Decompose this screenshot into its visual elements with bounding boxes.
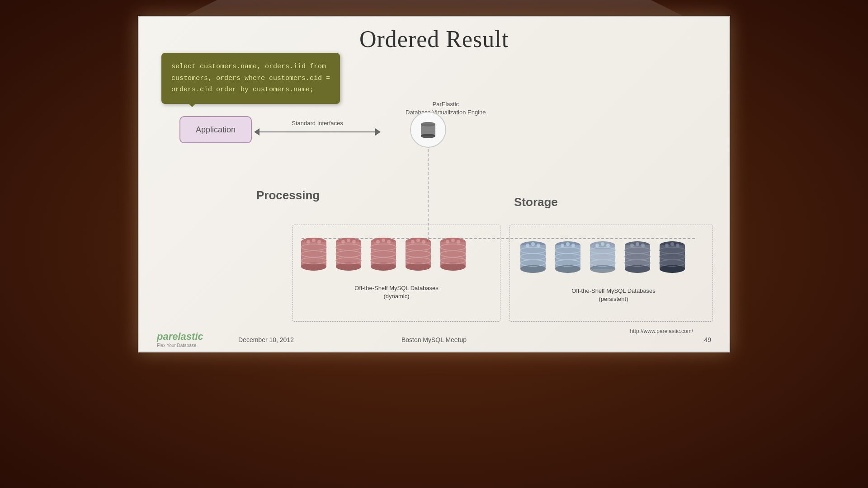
svg-point-14 bbox=[317, 240, 321, 244]
sql-tooltip: select customers.name, orders.iid from c… bbox=[161, 53, 340, 104]
stor-cyl-4 bbox=[623, 238, 652, 281]
svg-point-59 bbox=[537, 244, 540, 247]
arrow-right-head bbox=[375, 128, 381, 136]
sql-code: select customers.name, orders.iid from c… bbox=[171, 61, 330, 96]
svg-point-12 bbox=[307, 240, 310, 244]
processing-db-group bbox=[299, 234, 468, 279]
stor-db-label: Off-the-Shelf MySQL Databases (persisten… bbox=[519, 287, 708, 303]
stor-cyl-2 bbox=[553, 238, 583, 281]
svg-point-76 bbox=[601, 242, 604, 246]
application-box: Application bbox=[179, 116, 252, 143]
svg-point-31 bbox=[382, 239, 385, 242]
svg-point-30 bbox=[376, 240, 380, 244]
proc-cyl-1 bbox=[299, 234, 329, 279]
svg-point-93 bbox=[665, 244, 669, 247]
proc-db-label-line2: (dynamic) bbox=[383, 293, 409, 300]
proc-cyl-4 bbox=[404, 234, 433, 279]
stor-cyl-5 bbox=[658, 238, 687, 281]
footer-logo: parelastic bbox=[157, 331, 203, 343]
stor-db-label-line1: Off-the-Shelf MySQL Databases bbox=[571, 287, 656, 294]
stor-cyl-1 bbox=[519, 238, 548, 281]
proc-db-label-line1: Off-the-Shelf MySQL Databases bbox=[354, 285, 439, 291]
footer-meetup: Boston MySQL Meetup bbox=[401, 336, 467, 343]
svg-point-13 bbox=[312, 239, 316, 242]
svg-point-21 bbox=[341, 240, 345, 244]
svg-point-40 bbox=[416, 239, 420, 242]
svg-point-86 bbox=[641, 244, 645, 247]
parelastic-line1: ParElastic bbox=[433, 101, 459, 108]
slide-inner: Ordered Result select customers.name, or… bbox=[139, 17, 729, 352]
footer-url: http://www.parelastic.com/ bbox=[630, 328, 693, 334]
arrow-line bbox=[254, 128, 381, 136]
storage-db-group bbox=[519, 238, 687, 281]
stor-cyl-3 bbox=[588, 238, 618, 281]
svg-point-49 bbox=[451, 239, 455, 242]
svg-point-23 bbox=[352, 240, 356, 244]
slide-container: Ordered Result select customers.name, or… bbox=[138, 16, 730, 352]
svg-point-48 bbox=[446, 240, 449, 244]
svg-point-57 bbox=[526, 244, 529, 247]
proc-cyl-2 bbox=[334, 234, 363, 279]
footer-page: 49 bbox=[704, 336, 711, 343]
svg-point-75 bbox=[595, 244, 599, 247]
svg-point-39 bbox=[411, 240, 415, 244]
footer-tagline: Flex Your Database bbox=[157, 343, 196, 348]
svg-point-32 bbox=[387, 240, 391, 244]
svg-point-66 bbox=[561, 244, 564, 247]
svg-point-95 bbox=[676, 244, 679, 247]
slide-title: Ordered Result bbox=[157, 26, 711, 52]
svg-point-41 bbox=[422, 240, 425, 244]
parelastic-db-icon bbox=[410, 112, 446, 148]
storage-label: Storage bbox=[514, 195, 558, 209]
svg-point-85 bbox=[636, 242, 639, 246]
arrow-section: Standard Interfaces bbox=[254, 120, 381, 136]
svg-point-58 bbox=[531, 242, 535, 246]
svg-point-50 bbox=[457, 240, 460, 244]
processing-label: Processing bbox=[256, 188, 320, 202]
arrow-label: Standard Interfaces bbox=[292, 120, 343, 127]
application-label: Application bbox=[196, 125, 236, 135]
stor-db-label-line2: (persistent) bbox=[599, 296, 628, 302]
arrow-line-body bbox=[259, 131, 375, 132]
proc-db-label: Off-the-Shelf MySQL Databases (dynamic) bbox=[302, 284, 491, 300]
svg-point-22 bbox=[347, 239, 350, 242]
proc-cyl-5 bbox=[439, 234, 468, 279]
svg-point-67 bbox=[566, 242, 570, 246]
footer-date: December 10, 2012 bbox=[238, 336, 294, 343]
svg-point-68 bbox=[571, 244, 575, 247]
svg-point-5 bbox=[421, 122, 435, 127]
svg-point-77 bbox=[606, 244, 610, 247]
proc-cyl-3 bbox=[369, 234, 398, 279]
svg-point-2 bbox=[421, 134, 435, 138]
db-icon-svg bbox=[417, 119, 439, 141]
arrow-left-head bbox=[254, 128, 259, 136]
svg-point-94 bbox=[670, 242, 674, 246]
svg-point-84 bbox=[630, 244, 634, 247]
